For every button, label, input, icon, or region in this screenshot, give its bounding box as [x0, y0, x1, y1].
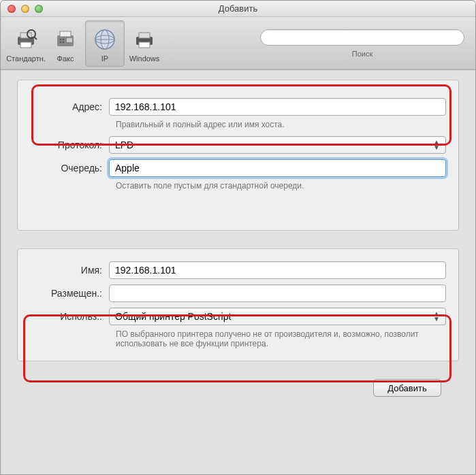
- content-area: Адрес: Правильный и полный адрес или имя…: [1, 70, 475, 474]
- connection-panel: Адрес: Правильный и полный адрес или имя…: [17, 80, 459, 231]
- name-label: Имя:: [30, 265, 109, 276]
- address-input[interactable]: [109, 98, 446, 116]
- search-input[interactable]: [260, 29, 464, 46]
- svg-rect-17: [139, 33, 150, 38]
- toolbar-item-fax[interactable]: Факс: [46, 20, 85, 67]
- svg-point-11: [63, 41, 65, 43]
- use-label: Использ.:: [30, 311, 109, 322]
- queue-label: Очередь:: [30, 163, 109, 174]
- svg-line-4: [34, 37, 37, 39]
- svg-rect-18: [139, 42, 150, 48]
- toolbar-item-ip[interactable]: IP: [85, 20, 125, 67]
- fax-icon: [53, 27, 78, 52]
- footer: Добавить: [17, 379, 459, 409]
- naming-panel: Имя: Размещен.: Использ.: Общий принтер …: [17, 248, 459, 361]
- chevron-updown-icon: ▲▼: [433, 140, 440, 150]
- svg-rect-6: [60, 31, 71, 37]
- printer-icon: [132, 27, 157, 52]
- name-input[interactable]: [109, 261, 446, 279]
- svg-rect-2: [20, 42, 31, 48]
- queue-input[interactable]: [109, 159, 446, 177]
- search-label: Поиск: [352, 50, 372, 58]
- chevron-updown-icon: ▲▼: [433, 311, 440, 322]
- globe-icon: [93, 27, 117, 52]
- protocol-select[interactable]: LPD ▲▼: [109, 136, 446, 154]
- add-button[interactable]: Добавить: [373, 379, 441, 397]
- address-label: Адрес:: [30, 101, 109, 112]
- svg-point-10: [60, 41, 62, 43]
- add-printer-window: Добавить Стандартн.: [0, 0, 476, 475]
- svg-point-8: [60, 38, 62, 40]
- printer-search-icon: [14, 27, 38, 52]
- location-input[interactable]: [109, 284, 446, 302]
- use-select[interactable]: Общий принтер PostScript ▲▼: [109, 308, 446, 325]
- protocol-label: Протокол:: [30, 140, 109, 150]
- address-hint: Правильный и полный адрес или имя хоста.: [116, 120, 446, 129]
- titlebar: Добавить: [1, 1, 475, 17]
- toolbar: Стандартн. Факс: [1, 17, 475, 70]
- queue-hint: Оставить поле пустым для стандартной оче…: [116, 181, 446, 191]
- svg-rect-7: [67, 38, 72, 42]
- toolbar-item-windows[interactable]: Windows: [125, 20, 164, 67]
- location-label: Размещен.:: [30, 288, 109, 299]
- toolbar-item-default[interactable]: Стандартн.: [6, 20, 46, 67]
- window-title: Добавить: [1, 3, 475, 14]
- use-hint: ПО выбранного принтера получено не от пр…: [116, 329, 446, 348]
- svg-point-9: [63, 38, 65, 40]
